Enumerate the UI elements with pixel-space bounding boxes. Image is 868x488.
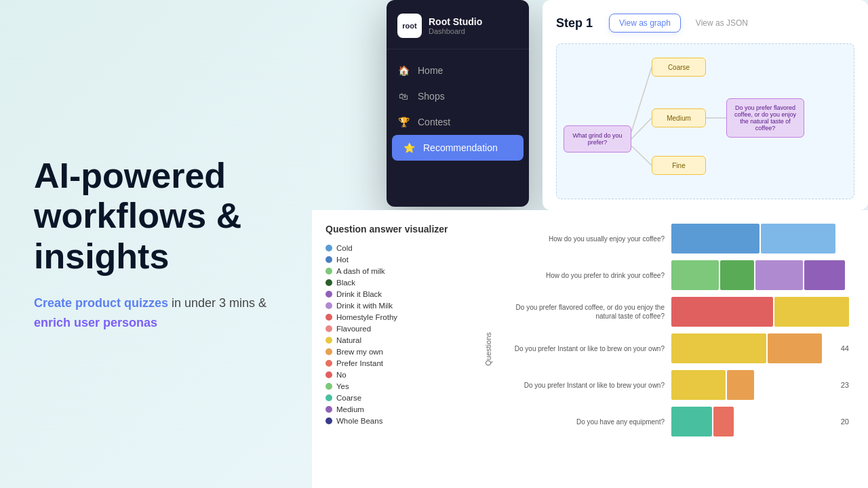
left-panel: AI-powered workflows & insights Create p… [0, 0, 312, 488]
chart-label-3: Do you prefer flavored coffee, or do you… [502, 303, 665, 321]
link-quizzes[interactable]: Create product quizzes [34, 296, 168, 310]
chart-label-2: How do you prefer to drink your coffee? [502, 271, 665, 280]
sidebar-item-contest[interactable]: 🏆 Contest [387, 109, 529, 135]
sidebar-item-home-label: Home [418, 65, 443, 76]
legend-item-no: No [326, 371, 481, 379]
view-as-json-button[interactable]: View as JSON [686, 14, 757, 33]
legend-item-coarse: Coarse [326, 394, 481, 402]
home-icon: 🏠 [397, 64, 410, 77]
chart-count-4: 44 [837, 344, 849, 352]
step-view-buttons: View as graph View as JSON [609, 14, 757, 33]
step-header: Step 1 View as graph View as JSON [556, 14, 854, 33]
chart-row-2: How do you prefer to drink your coffee? [502, 260, 849, 290]
bar-1-2 [761, 224, 835, 253]
bar-2-3 [755, 260, 803, 290]
chart-bars-2 [671, 260, 849, 290]
legend-item-instant: Prefer Instant [326, 359, 481, 367]
legend-item-frothy: Homestyle Frothy [326, 313, 481, 321]
brand-name: Root Studio [429, 16, 482, 27]
sub-text: Create product quizzes in under 3 mins &… [34, 293, 278, 333]
link-personas[interactable]: enrich user personas [34, 316, 157, 329]
bar-4-1 [671, 333, 766, 363]
legend-item-black: Black [326, 279, 481, 287]
legend-item-natural: Natural [326, 336, 481, 344]
legend-item-medium: Medium [326, 405, 481, 413]
bar-6-2 [713, 407, 734, 436]
legend-list: Cold Hot A dash of milk Black Drink it B… [326, 244, 481, 425]
bar-2-2 [720, 260, 754, 290]
flow-diagram: What grind do you prefer? Coarse Medium … [556, 43, 854, 199]
sidebar-mockup: root Root Studio Dashboard 🏠 Home 🛍 Shop… [387, 0, 529, 207]
sidebar-item-recommendation-label: Recommendation [423, 142, 498, 153]
bar-4-2 [768, 333, 822, 363]
bar-5-2 [727, 370, 754, 400]
chart-label-1: How do you usually enjoy your coffee? [502, 235, 665, 243]
main-heading: AI-powered workflows & insights [34, 156, 278, 277]
legend-item-whole-beans: Whole Beans [326, 417, 481, 425]
bar-3-2 [774, 297, 849, 327]
svg-line-0 [631, 67, 652, 132]
shops-icon: 🛍 [397, 90, 410, 102]
sidebar-item-shops[interactable]: 🛍 Shops [387, 83, 529, 109]
chart-count-5: 23 [837, 381, 849, 389]
flow-box-flavored: Do you prefer flavored coffee, or do you… [726, 98, 804, 138]
flow-box-fine: Fine [652, 156, 706, 175]
legend-item-yes: Yes [326, 382, 481, 390]
svg-line-1 [631, 118, 652, 139]
legend-section: Question answer visualizer Cold Hot A da… [326, 224, 481, 474]
legend-item-drink-black: Drink it Black [326, 290, 481, 298]
chart-label-6: Do you have any equipment? [502, 418, 665, 426]
sidebar-item-home[interactable]: 🏠 Home [387, 58, 529, 83]
flow-box-coarse: Coarse [652, 58, 706, 77]
questions-axis: Questions [481, 224, 495, 474]
bar-3-1 [671, 297, 773, 327]
bar-2-4 [804, 260, 845, 290]
legend-item-milk: A dash of milk [326, 267, 481, 275]
questions-axis-label: Questions [484, 332, 492, 366]
view-as-graph-button[interactable]: View as graph [609, 14, 681, 33]
chart-bars-5 [671, 370, 830, 400]
sidebar-logo: root [397, 14, 422, 38]
visualizer-title: Question answer visualizer [326, 224, 481, 235]
chart-bars-6 [671, 407, 830, 436]
recommendation-icon: ⭐ [403, 142, 415, 154]
chart-bars-3 [671, 297, 849, 327]
app-mockup: root Root Studio Dashboard 🏠 Home 🛍 Shop… [312, 0, 868, 488]
sidebar-item-recommendation[interactable]: ⭐ Recommendation [392, 135, 524, 161]
sidebar-brand: Root Studio Dashboard [429, 16, 482, 35]
chart-row-6: Do you have any equipment? 20 [502, 407, 849, 436]
chart-row-1: How do you usually enjoy your coffee? [502, 224, 849, 253]
chart-area: How do you usually enjoy your coffee? Ho… [495, 224, 856, 474]
sidebar-item-shops-label: Shops [418, 91, 445, 102]
step-title: Step 1 [556, 16, 593, 30]
chart-label-5: Do you prefer Instant or like to brew yo… [502, 381, 665, 390]
bottom-panel: Question answer visualizer Cold Hot A da… [312, 210, 868, 488]
bar-6-1 [671, 407, 712, 436]
flow-box-medium: Medium [652, 108, 706, 127]
step-panel: Step 1 View as graph View as JSON What g… [542, 0, 868, 210]
legend-item-flavoured: Flavoured [326, 325, 481, 333]
flow-box-grind: What grind do you prefer? [564, 125, 631, 152]
legend-item-brew: Brew my own [326, 348, 481, 356]
chart-bars-4 [671, 333, 830, 363]
sidebar-nav: 🏠 Home 🛍 Shops 🏆 Contest ⭐ Recommendatio… [387, 49, 529, 169]
legend-item-drink-milk: Drink it with Milk [326, 302, 481, 310]
svg-line-2 [631, 146, 652, 165]
sidebar-header: root Root Studio Dashboard [387, 0, 529, 49]
sidebar-item-contest-label: Contest [418, 117, 450, 127]
legend-item-hot: Hot [326, 256, 481, 264]
chart-row-5: Do you prefer Instant or like to brew yo… [502, 370, 849, 400]
chart-label-4: Do you prefer Instant or like to brew on… [502, 344, 665, 353]
bar-1-1 [671, 224, 760, 253]
brand-sub: Dashboard [429, 27, 482, 35]
contest-icon: 🏆 [397, 116, 410, 128]
bar-5-1 [671, 370, 726, 400]
chart-row-4: Do you prefer Instant or like to brew on… [502, 333, 849, 363]
chart-bars-1 [671, 224, 849, 253]
chart-count-6: 20 [837, 418, 849, 426]
chart-row-3: Do you prefer flavored coffee, or do you… [502, 297, 849, 327]
legend-item-cold: Cold [326, 244, 481, 252]
bar-2-1 [671, 260, 719, 290]
